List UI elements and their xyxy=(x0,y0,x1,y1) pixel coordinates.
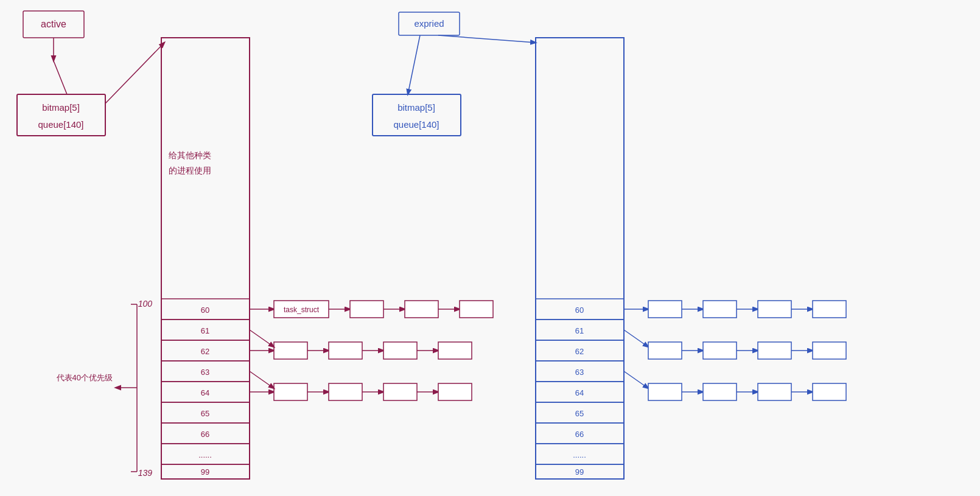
active-label: active xyxy=(41,19,66,29)
active-arrow-right xyxy=(54,61,67,94)
right-64-box1 xyxy=(648,383,682,400)
left-ts-box1 xyxy=(350,301,383,318)
left-bitmap-label: bitmap[5] xyxy=(42,102,80,113)
left-64-box2 xyxy=(329,383,362,400)
left-row-62: 62 xyxy=(201,347,209,356)
left-row-99: 99 xyxy=(201,467,209,477)
left-ts-box2 xyxy=(405,301,438,318)
right-arr-61-diag xyxy=(624,330,648,347)
right-bitmap-label: bitmap[5] xyxy=(397,102,435,113)
left-ts-box3 xyxy=(460,301,493,318)
right-64-box2 xyxy=(703,383,737,400)
left-row-63: 63 xyxy=(201,368,209,377)
left-arr-61-diag xyxy=(250,330,274,347)
left-priority-label: 代表40个优先级 xyxy=(56,373,113,382)
expired-arr-right xyxy=(438,35,536,43)
right-64-box3 xyxy=(758,383,791,400)
left-taskstruct-label: task_struct xyxy=(284,306,320,314)
left-side-label1: 给其他种类 xyxy=(169,150,211,160)
expired-arr-left xyxy=(408,35,420,94)
right-62-box3 xyxy=(758,342,791,359)
left-62-box4 xyxy=(438,342,472,359)
main-svg: active bitmap[5] queue[140] 给其他种类 的进程使用 … xyxy=(0,0,980,496)
right-row-66: 66 xyxy=(575,430,584,439)
right-row-99: 99 xyxy=(575,467,584,477)
left-100-label: 100 xyxy=(138,299,153,309)
left-row-64: 64 xyxy=(201,388,209,397)
right-60-box3 xyxy=(758,301,791,318)
right-row-65: 65 xyxy=(575,409,584,418)
left-row-65: 65 xyxy=(201,409,209,418)
left-62-box3 xyxy=(383,342,417,359)
left-62-box1 xyxy=(274,342,307,359)
left-64-box1 xyxy=(274,383,307,400)
left-64-box3 xyxy=(383,383,417,400)
expired-label: expried xyxy=(414,18,444,29)
left-row-60: 60 xyxy=(201,306,209,315)
right-62-box1 xyxy=(648,342,682,359)
right-dots: ...... xyxy=(573,450,586,459)
left-row-66: 66 xyxy=(201,430,209,439)
right-62-box4 xyxy=(813,342,846,359)
diagram-container: active bitmap[5] queue[140] 给其他种类 的进程使用 … xyxy=(0,0,980,496)
right-row-63: 63 xyxy=(575,368,584,377)
left-62-box2 xyxy=(329,342,362,359)
right-arr-63-diag xyxy=(624,371,648,388)
left-64-box4 xyxy=(438,383,472,400)
right-60-box4 xyxy=(813,301,846,318)
left-arr-63-diag xyxy=(250,371,274,388)
right-62-box2 xyxy=(703,342,737,359)
left-side-label2: 的进程使用 xyxy=(169,166,211,175)
right-60-box2 xyxy=(703,301,737,318)
left-queue-label: queue[140] xyxy=(38,119,83,130)
left-139-label: 139 xyxy=(138,468,153,478)
left-dots: ...... xyxy=(198,450,212,459)
right-60-box1 xyxy=(648,301,682,318)
left-row-61: 61 xyxy=(201,326,209,335)
right-row-62: 62 xyxy=(575,347,584,356)
right-row-64: 64 xyxy=(575,388,584,397)
right-row-61: 61 xyxy=(575,326,584,335)
left-arr-to-top xyxy=(105,43,164,103)
right-row-60: 60 xyxy=(575,306,584,315)
right-queue-label: queue[140] xyxy=(393,119,439,130)
right-64-box4 xyxy=(813,383,846,400)
